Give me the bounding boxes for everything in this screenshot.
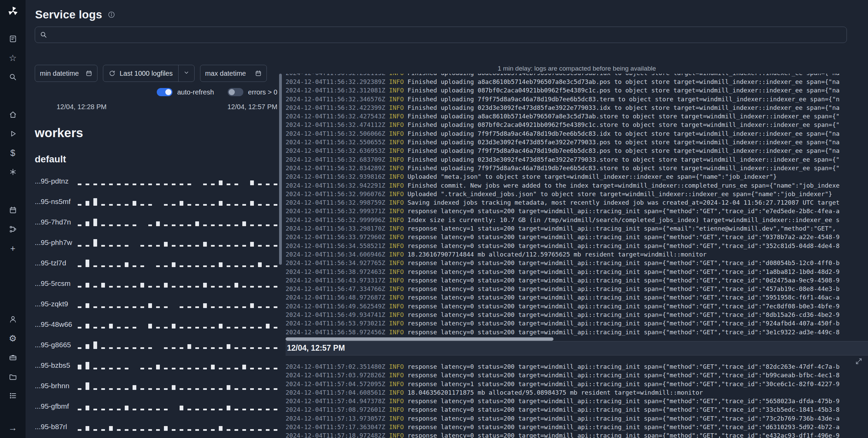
spark-bar (187, 265, 191, 267)
asterisk-icon[interactable] (6, 166, 20, 178)
spark-bar (266, 368, 270, 369)
worker-row[interactable]: ...95-g8665 (35, 335, 277, 355)
worker-row[interactable]: ...95-5rcsm (35, 273, 277, 294)
worker-row[interactable]: ...95-b87rl (35, 417, 277, 437)
spark-bar (140, 265, 144, 267)
spark-bar (140, 184, 144, 185)
worker-row[interactable]: ...95-brhnn (35, 376, 277, 396)
logfiles-dropdown-button[interactable] (178, 65, 194, 82)
spark-bar (140, 245, 144, 247)
content-row: min datetime Last 1000 logfiles (35, 64, 868, 438)
runs-icon[interactable] (6, 128, 20, 140)
dollar-icon[interactable]: $ (6, 147, 20, 159)
worker-row[interactable]: ...95-phh7w (35, 232, 277, 253)
star-icon[interactable]: ☆ (6, 52, 20, 64)
worker-row[interactable]: ...95-ns5mf (35, 191, 277, 212)
spark-bar (133, 224, 136, 226)
spark-bar (234, 224, 238, 226)
spark-bar (274, 204, 277, 206)
spark-bar (125, 388, 128, 390)
spark-bar (180, 184, 183, 185)
spark-bar (195, 204, 199, 206)
spark-bar (187, 184, 191, 185)
spark-bar (156, 245, 160, 247)
worker-row[interactable]: ...95-48w66 (35, 314, 277, 335)
spark-bar (250, 327, 254, 328)
worker-group-heading: default (35, 154, 277, 165)
spark-bar (187, 368, 191, 369)
spark-bar (195, 245, 199, 247)
worker-row[interactable]: ...95-pdtnz (35, 171, 277, 191)
search-icon[interactable] (6, 71, 20, 83)
spark-bar (93, 306, 97, 308)
spark-bar (219, 426, 223, 431)
spark-bar (250, 368, 254, 369)
grid-icon[interactable] (6, 33, 20, 45)
worker-row[interactable]: ...95-zqkt9 (35, 294, 277, 314)
spark-bar (266, 409, 270, 410)
worker-name: ...95-g8665 (35, 341, 78, 349)
spark-bar (211, 224, 215, 226)
expand-logs-icon[interactable] (855, 357, 863, 365)
spark-bar (234, 409, 238, 410)
spark-bar (101, 347, 105, 349)
spark-bar (274, 245, 277, 247)
workers-toolbox-icon[interactable] (6, 351, 20, 364)
spark-bar (242, 429, 246, 431)
errors-toggle[interactable] (228, 88, 243, 96)
spark-bar (195, 265, 199, 267)
worker-name: ...95-7hd7n (35, 218, 78, 226)
vertical-scrollbar-thumb[interactable] (279, 74, 282, 265)
worker-row[interactable]: ...95-gfbmf (35, 396, 277, 417)
logfiles-refresh-button[interactable]: Last 1000 logfiles (103, 65, 178, 82)
worker-row[interactable]: ...95-tzl7d (35, 253, 277, 273)
toggle-knob (229, 89, 235, 95)
spark-bar (109, 324, 113, 328)
spark-bar (117, 327, 121, 328)
log-section-1: 2024-12-04T11:56:32.252113Z INFO Finishe… (286, 74, 868, 336)
spark-bar (172, 262, 176, 267)
worker-row[interactable]: ...95-7hd7n (35, 212, 277, 232)
worker-row[interactable]: ...95-bzbs5 (35, 355, 277, 376)
spark-bar (266, 204, 270, 206)
horizontal-scrollbar-thumb[interactable] (286, 337, 553, 341)
logfiles-select: Last 1000 logfiles (103, 65, 195, 82)
user-icon[interactable] (6, 313, 20, 325)
max-datetime-input[interactable]: max datetime (200, 65, 267, 82)
spark-bar (211, 184, 215, 185)
calendar-icon[interactable] (6, 204, 20, 216)
home-icon[interactable] (6, 108, 20, 121)
spark-bar (86, 324, 89, 328)
auto-refresh-toggle[interactable] (157, 88, 172, 96)
folder-icon[interactable] (6, 370, 20, 383)
settings-gear-icon[interactable]: ⚙ (6, 332, 20, 345)
spark-bar (219, 388, 223, 390)
list-icon[interactable] (6, 390, 20, 402)
toggle-knob (165, 89, 171, 95)
add-icon[interactable]: + (6, 242, 20, 254)
range-start: 12/04, 12:28 PM (57, 103, 107, 111)
spark-bar (78, 184, 81, 185)
spark-bar (148, 286, 152, 288)
spark-bar (133, 429, 136, 431)
info-icon[interactable] (108, 11, 115, 18)
search-input[interactable] (51, 27, 842, 43)
spark-bar (250, 224, 254, 226)
spark-bar (274, 224, 277, 226)
log-section-header-label: 12/04, 12:57 PM (287, 344, 345, 353)
spark-bar (101, 204, 105, 206)
spark-bar (258, 204, 262, 206)
log-line: 2024-12-04T11:56:32.312081Z INFO Finishe… (286, 86, 868, 94)
spark-bar (140, 204, 144, 206)
expand-sidebar-icon[interactable]: → (6, 422, 20, 434)
spark-bar (117, 286, 121, 288)
spark-bar (258, 245, 262, 247)
log-line: 2024-12-04T11:56:32.942291Z INFO Finishe… (286, 181, 868, 190)
min-datetime-input[interactable]: min datetime (35, 65, 97, 82)
spark-bar (219, 245, 223, 247)
log-line: 2024-12-04T11:56:32.346576Z INFO Finishe… (286, 95, 868, 103)
spark-bar (227, 385, 230, 390)
windmill-logo[interactable] (5, 3, 21, 19)
plus-glyph: + (10, 244, 15, 253)
flow-branch-icon[interactable] (6, 223, 20, 235)
